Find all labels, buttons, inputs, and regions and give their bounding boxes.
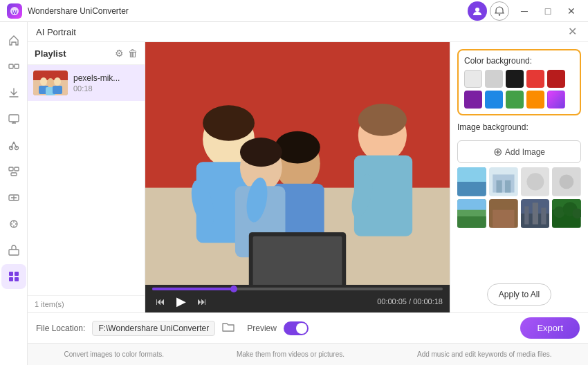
next-button[interactable]: ⏭ — [194, 293, 210, 310]
svg-rect-14 — [9, 250, 19, 255]
svg-rect-15 — [9, 272, 13, 276]
image-background-section: Image background: ⊕ Add Image — [457, 122, 581, 228]
right-panel: Color background: — [450, 42, 588, 312]
playback-controls: ⏮ ▶ ⏭ — [152, 293, 210, 310]
playlist-title: Playlist — [35, 48, 66, 59]
sidebar — [0, 22, 28, 365]
swatch-black[interactable] — [506, 70, 524, 88]
maximize-button[interactable]: □ — [538, 1, 558, 21]
svg-rect-47 — [457, 182, 486, 196]
user-account-button[interactable] — [468, 1, 487, 21]
svg-rect-11 — [11, 173, 17, 176]
app-body: AI Portrait ✕ Playlist ⚙ 🗑 — [0, 22, 588, 365]
playlist-header: Playlist ⚙ 🗑 — [28, 42, 145, 65]
bg-thumb-3[interactable] — [521, 167, 550, 196]
svg-rect-6 — [9, 115, 19, 122]
svg-point-21 — [40, 77, 47, 86]
video-controls: ⏮ ▶ ⏭ 00:00:05 / 00:00:18 — [145, 285, 450, 312]
color-swatches — [464, 70, 574, 109]
swatch-purple[interactable] — [464, 91, 482, 109]
playlist-item[interactable]: pexels-mik... 00:18 — [28, 65, 145, 101]
bg-thumb-5[interactable] — [457, 199, 486, 228]
swatch-orange[interactable] — [526, 91, 544, 109]
svg-rect-58 — [457, 199, 486, 210]
sidebar-item-download[interactable] — [1, 80, 26, 105]
swatch-red[interactable] — [526, 70, 544, 88]
previous-button[interactable]: ⏮ — [152, 293, 169, 310]
svg-rect-16 — [15, 272, 19, 276]
progress-bar[interactable] — [152, 288, 443, 290]
play-button[interactable]: ▶ — [173, 293, 190, 310]
toggle-knob — [296, 323, 307, 334]
swatch-green[interactable] — [506, 91, 524, 109]
playlist-item-name: pexels-mik... — [73, 73, 139, 83]
minimize-button[interactable]: ─ — [515, 1, 534, 21]
swatch-light-gray[interactable] — [485, 70, 503, 88]
playlist-item-info: pexels-mik... 00:18 — [73, 73, 139, 93]
color-bg-label: Color background: — [464, 56, 574, 66]
swatch-white[interactable] — [464, 70, 482, 88]
video-area: ⏮ ▶ ⏭ 00:00:05 / 00:00:18 — [145, 42, 450, 312]
svg-rect-48 — [457, 167, 486, 182]
svg-rect-38 — [253, 236, 342, 285]
svg-point-3 — [499, 14, 500, 15]
sidebar-item-toolbox[interactable] — [1, 238, 26, 263]
playlist-settings-icon[interactable]: ⚙ — [115, 48, 124, 59]
export-button[interactable]: Export — [520, 317, 580, 339]
add-image-label: Add Image — [505, 147, 545, 157]
svg-rect-51 — [496, 180, 502, 193]
bg-thumb-7[interactable] — [521, 199, 550, 228]
svg-point-2 — [475, 8, 479, 12]
bg-thumb-8[interactable] — [552, 199, 581, 228]
playlist-delete-icon[interactable]: 🗑 — [128, 48, 138, 59]
apply-all-button[interactable]: Apply to All — [487, 283, 551, 306]
svg-rect-10 — [15, 167, 19, 171]
preview-toggle[interactable] — [284, 321, 309, 335]
svg-point-41 — [275, 131, 320, 164]
file-location-label: File Location: — [36, 324, 85, 333]
close-button[interactable]: ✕ — [562, 1, 581, 21]
footer-link-1[interactable]: Convert images to color formats. — [58, 350, 169, 358]
svg-rect-17 — [9, 277, 13, 281]
swatch-blue[interactable] — [485, 91, 503, 109]
svg-point-39 — [203, 105, 255, 140]
file-path-value: F:\Wondershare UniConverter — [92, 321, 215, 336]
sidebar-item-compress[interactable] — [1, 185, 26, 210]
app-title: Wondershare UniConverter — [28, 6, 468, 16]
swatch-gradient[interactable] — [547, 91, 565, 109]
window-controls: ─ □ ✕ — [515, 1, 581, 21]
sidebar-item-screen[interactable] — [1, 106, 26, 131]
add-image-button[interactable]: ⊕ Add Image — [457, 140, 581, 163]
bg-thumb-6[interactable] — [489, 199, 518, 228]
sidebar-item-home[interactable] — [1, 28, 26, 53]
footer-link-3[interactable]: Add music and edit keywords of media fil… — [412, 350, 558, 358]
bg-thumb-2[interactable] — [489, 167, 518, 196]
titlebar-user-icons — [468, 1, 509, 21]
ai-portrait-header: AI Portrait ✕ — [28, 22, 588, 42]
content-area: AI Portrait ✕ Playlist ⚙ 🗑 — [28, 22, 588, 365]
sidebar-item-merge[interactable] — [1, 159, 26, 184]
swatch-dark-red[interactable] — [547, 70, 565, 88]
playlist-thumbnail — [33, 71, 68, 95]
sidebar-item-cut[interactable] — [1, 133, 26, 158]
svg-rect-26 — [53, 86, 62, 94]
footer-link-2[interactable]: Make them from videos or pictures. — [231, 350, 350, 358]
video-frame — [145, 42, 450, 285]
playlist-panel: Playlist ⚙ 🗑 — [28, 42, 145, 312]
bg-thumb-1[interactable] — [457, 167, 486, 196]
color-background-section: Color background: — [457, 49, 581, 115]
notification-button[interactable] — [490, 1, 509, 21]
sidebar-item-grid[interactable] — [1, 264, 26, 289]
sidebar-item-enhance[interactable] — [1, 212, 26, 236]
preview-label: Preview — [247, 324, 277, 333]
playlist-icons: ⚙ 🗑 — [115, 48, 138, 59]
footer-links: Convert images to color formats. Make th… — [28, 343, 588, 365]
titlebar: W Wondershare UniConverter ─ □ ✕ — [0, 0, 588, 22]
browse-folder-button[interactable] — [222, 321, 235, 335]
panel-close-button[interactable]: ✕ — [565, 26, 580, 37]
sidebar-item-convert[interactable] — [1, 54, 26, 79]
current-time: 00:00:05 — [377, 297, 407, 306]
svg-point-42 — [240, 138, 282, 167]
thumbnail-image — [33, 71, 68, 95]
bg-thumb-4[interactable] — [552, 167, 581, 196]
